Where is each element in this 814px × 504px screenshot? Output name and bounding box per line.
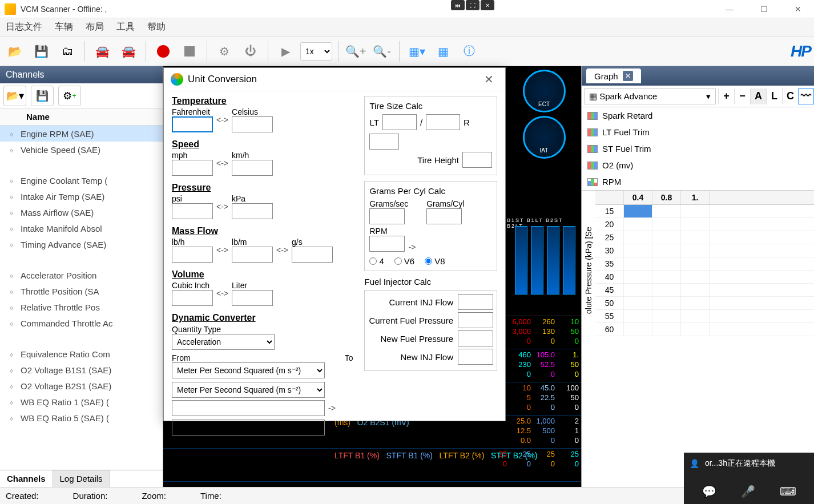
tire-r-input[interactable] (369, 134, 399, 150)
grid-cell[interactable] (681, 271, 710, 283)
menu-logfile[interactable]: 日志文件 (6, 21, 42, 33)
series-item[interactable]: ST Fuel Trim (582, 140, 814, 157)
tab-log-details[interactable]: Log Details (53, 470, 110, 487)
graph-add-button[interactable]: + (718, 88, 734, 104)
grid-cell[interactable] (624, 271, 652, 283)
vehicle-front-button[interactable]: 🚘 (91, 40, 114, 63)
graph-tab-close-icon[interactable]: ✕ (623, 71, 633, 81)
grid-cell[interactable] (652, 205, 681, 217)
graph-series-select[interactable]: ▦ Spark Advance▾ (584, 88, 716, 104)
grid-cell[interactable]: 50 (595, 297, 624, 309)
menu-vehicle[interactable]: 车辆 (55, 21, 73, 33)
grid-row[interactable]: 35 (595, 257, 814, 271)
graph-wave-button[interactable]: 〰 (798, 88, 814, 104)
grid-cell[interactable]: 35 (595, 257, 624, 270)
layout-button-1[interactable]: ▦▾ (405, 40, 428, 63)
grid-cell[interactable] (652, 257, 681, 270)
graph-remove-button[interactable]: − (734, 88, 750, 104)
channel-item[interactable]: ⬨Intake Manifold Absol (0, 220, 163, 236)
psi-input[interactable] (172, 203, 213, 219)
mic-icon[interactable]: 🎤 (741, 485, 755, 498)
folder-button[interactable]: 🗂 (56, 40, 79, 63)
grid-body[interactable]: 15202530354045505560 (595, 205, 814, 336)
to-unit-select[interactable]: Meter Per Second Squared (m s⁻²) (172, 382, 325, 398)
channel-item[interactable]: ⬨Throttle Position (SA (0, 283, 163, 299)
grid-cell[interactable] (652, 284, 681, 296)
channel-item[interactable]: ⬨Mass Airflow (SAE) (0, 204, 163, 220)
grid-cell[interactable] (652, 218, 681, 231)
chat-icon[interactable]: 💬 (702, 485, 716, 498)
grid-row[interactable]: 60 (595, 323, 814, 336)
channel-item[interactable]: ⬨Vehicle Speed (SAE) (0, 142, 163, 158)
grid-cell[interactable]: 45 (595, 284, 624, 296)
graph-tab[interactable]: Graph ✕ (586, 68, 641, 83)
fahrenheit-input[interactable] (172, 116, 213, 132)
channel-item[interactable]: ⬨Accelerator Position (0, 267, 163, 283)
channel-item[interactable]: ⬨Timing Advance (SAE) (0, 236, 163, 252)
grams-cyl-output[interactable] (426, 208, 462, 224)
channel-item[interactable]: ⬨Engine Coolant Temp ( (0, 172, 163, 188)
gpc-rpm-input[interactable] (369, 236, 405, 252)
overlay-btn-2[interactable]: ⛶ (466, 0, 479, 10)
vehicle-rear-button[interactable]: 🚘 (117, 40, 140, 63)
close-button[interactable]: ✕ (787, 1, 809, 17)
channels-list[interactable]: ⬨Engine RPM (SAE)⬨Vehicle Speed (SAE)⬨En… (0, 126, 163, 470)
channel-item[interactable]: ⬨Relative Throttle Pos (0, 299, 163, 315)
grid-cell[interactable]: 60 (595, 323, 624, 336)
grid-col-header[interactable]: 1. (681, 191, 710, 204)
grid-cell[interactable] (624, 323, 652, 336)
grid-cell[interactable] (681, 205, 710, 217)
grid-cell[interactable] (624, 231, 652, 244)
zoom-in-button[interactable]: 🔍+ (344, 40, 367, 63)
open-file-button[interactable]: 📂 (3, 40, 26, 63)
new-inj-flow-output[interactable] (458, 349, 493, 365)
grid-cell[interactable] (681, 323, 710, 336)
cyl-v6-radio[interactable]: V6 (394, 256, 414, 266)
channel-item[interactable]: ⬨Intake Air Temp (SAE) (0, 188, 163, 204)
layout-button-2[interactable]: ▦ (432, 40, 454, 63)
lbm-input[interactable] (232, 247, 273, 263)
grid-cell[interactable] (624, 297, 652, 309)
channel-item[interactable]: ⬨WB EQ Ratio 1 (SAE) ( (0, 394, 163, 410)
grid-cell[interactable] (681, 284, 710, 296)
grid-cell[interactable] (652, 231, 681, 244)
grid-cell[interactable]: 20 (595, 218, 624, 231)
grid-cell[interactable]: 25 (595, 231, 624, 244)
tab-channels[interactable]: Channels (0, 470, 53, 487)
grid-cell[interactable] (624, 244, 652, 257)
kmh-input[interactable] (232, 160, 273, 176)
grid-cell[interactable] (652, 271, 681, 283)
gs-input[interactable] (292, 247, 333, 263)
grid-cell[interactable] (681, 297, 710, 309)
series-item[interactable]: Spark Retard (582, 107, 814, 124)
grid-cell[interactable]: 40 (595, 271, 624, 283)
maximize-button[interactable]: ☐ (752, 1, 775, 17)
lbh-input[interactable] (172, 247, 213, 263)
grid-row[interactable]: 25 (595, 231, 814, 244)
engine-button[interactable]: ⚙ (213, 40, 236, 63)
kpa-input[interactable] (232, 203, 273, 219)
tire-lt-input[interactable] (382, 114, 417, 130)
playback-speed-select[interactable]: 1x (300, 42, 332, 61)
menu-help[interactable]: 帮助 (147, 21, 166, 33)
grid-cell[interactable] (652, 323, 681, 336)
minimize-button[interactable]: — (718, 1, 741, 17)
grid-row[interactable]: 20 (595, 218, 814, 231)
grid-cell[interactable] (624, 205, 652, 217)
mph-input[interactable] (172, 160, 213, 176)
cyl-4-radio[interactable]: 4 (369, 256, 384, 266)
series-item[interactable]: RPM (582, 174, 814, 190)
grid-cell[interactable] (681, 218, 710, 231)
grid-cell[interactable]: 55 (595, 310, 624, 322)
save-button[interactable]: 💾 (30, 40, 53, 63)
overlay-btn-1[interactable]: ⏮ (451, 0, 465, 10)
grid-cell[interactable] (624, 218, 652, 231)
overlay-btn-3[interactable]: ✕ (481, 0, 494, 10)
from-unit-select[interactable]: Meter Per Second Squared (m s⁻²) (172, 362, 325, 378)
record-button[interactable] (152, 40, 175, 63)
grid-cell[interactable]: 15 (595, 205, 624, 217)
grid-cell[interactable] (681, 257, 710, 270)
menu-layout[interactable]: 布局 (86, 21, 104, 33)
grid-col-header[interactable]: 0.8 (652, 191, 681, 204)
power-button[interactable]: ⏻ (239, 40, 262, 63)
